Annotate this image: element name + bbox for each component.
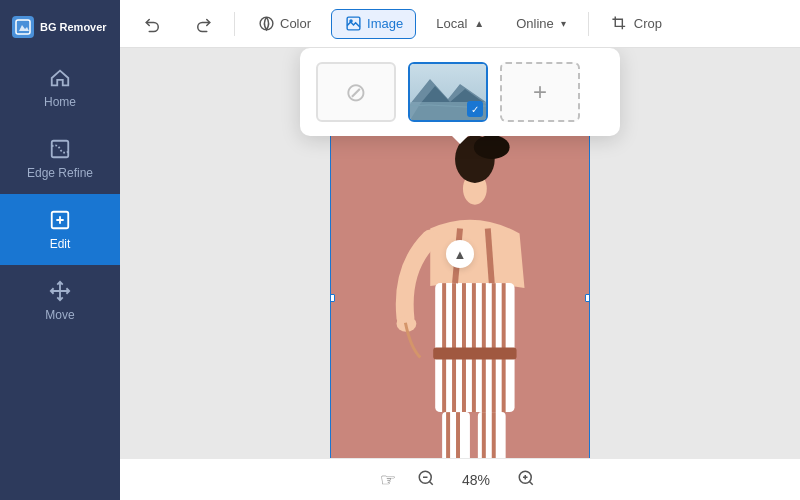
move-icon: [48, 279, 72, 303]
image-icon: [344, 15, 362, 33]
gesture-icon: ☞: [380, 469, 396, 491]
panel-thumb-mountain[interactable]: ✓: [408, 62, 488, 122]
svg-rect-22: [433, 348, 516, 360]
handle-ml[interactable]: [330, 294, 335, 302]
selected-badge: ✓: [467, 101, 483, 117]
image-button[interactable]: Image: [331, 9, 416, 39]
sep-2: [588, 12, 589, 36]
home-label: Home: [44, 95, 76, 109]
online-arrow-icon: ▾: [561, 18, 566, 29]
zoom-level: 48%: [456, 472, 496, 488]
collapse-arrow-icon: ▲: [454, 247, 467, 262]
sidebar-item-edge-refine[interactable]: Edge Refine: [0, 123, 120, 194]
handle-mr[interactable]: [585, 294, 590, 302]
panel-thumb-add[interactable]: +: [500, 62, 580, 122]
online-button[interactable]: Online ▾: [504, 11, 578, 36]
main-area: Color Image Local ▲ Online ▾: [120, 0, 800, 500]
toolbar: Color Image Local ▲ Online ▾: [120, 0, 800, 48]
redo-icon: [194, 15, 212, 33]
color-button[interactable]: Color: [245, 10, 323, 38]
online-label: Online: [516, 16, 554, 31]
sep-1: [234, 12, 235, 36]
home-icon: [48, 66, 72, 90]
edge-refine-label: Edge Refine: [27, 166, 93, 180]
svg-rect-1: [52, 141, 69, 158]
person-svg: [331, 129, 589, 458]
add-icon: +: [533, 78, 547, 106]
zoom-in-icon: [517, 469, 535, 491]
color-icon: [257, 15, 275, 33]
canvas-area[interactable]: ⊘: [120, 48, 800, 458]
sidebar-item-edit[interactable]: Edit: [0, 194, 120, 265]
move-label: Move: [45, 308, 74, 322]
svg-point-3: [260, 17, 273, 30]
zoom-in-button[interactable]: [512, 466, 540, 494]
crop-label: Crop: [634, 16, 662, 31]
image-label: Image: [367, 16, 403, 31]
local-label: Local: [436, 16, 467, 31]
panel-collapse-button[interactable]: ▲: [446, 240, 474, 268]
zoom-out-icon: [417, 469, 435, 491]
svg-rect-28: [482, 412, 486, 458]
local-button[interactable]: Local ▲: [424, 11, 496, 36]
color-label: Color: [280, 16, 311, 31]
crop-button[interactable]: Crop: [599, 10, 674, 38]
sidebar: BG Remover Home Edge Refine Edit: [0, 0, 120, 500]
panel-thumb-empty[interactable]: ⊘: [316, 62, 396, 122]
redo-button[interactable]: [182, 10, 224, 38]
svg-rect-25: [446, 412, 450, 458]
app-title: BG Remover: [40, 21, 107, 33]
svg-rect-26: [456, 412, 460, 458]
svg-rect-29: [492, 412, 496, 458]
sidebar-item-home[interactable]: Home: [0, 52, 120, 123]
edit-icon: [48, 208, 72, 232]
app-logo: BG Remover: [0, 8, 120, 46]
no-image-icon: ⊘: [345, 77, 367, 108]
undo-button[interactable]: [132, 10, 174, 38]
person-image: [330, 128, 590, 458]
crop-icon: [611, 15, 629, 33]
image-panel: ⊘: [300, 48, 620, 136]
zoom-out-button[interactable]: [412, 466, 440, 494]
logo-icon: [12, 16, 34, 38]
sidebar-item-move[interactable]: Move: [0, 265, 120, 336]
person-container[interactable]: [330, 128, 590, 458]
local-arrow-icon: ▲: [474, 18, 484, 29]
edit-label: Edit: [50, 237, 71, 251]
undo-icon: [144, 15, 162, 33]
edge-refine-icon: [48, 137, 72, 161]
svg-point-13: [474, 135, 510, 159]
statusbar: ☞ 48%: [120, 458, 800, 500]
